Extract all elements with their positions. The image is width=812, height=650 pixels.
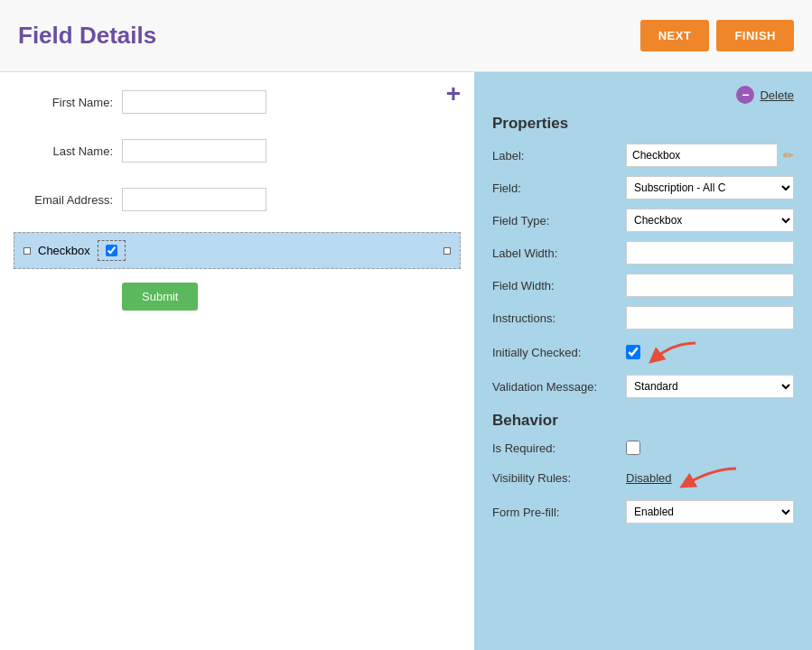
- edit-icon[interactable]: ✏: [783, 148, 794, 162]
- label-with-edit: ✏: [626, 144, 794, 167]
- checkbox-container: [98, 240, 126, 261]
- header: Field Details NEXT FINISH: [0, 0, 812, 72]
- label-width-input[interactable]: [626, 241, 794, 265]
- field-type-row: Field Type: Checkbox: [492, 209, 794, 232]
- visibility-rules-link[interactable]: Disabled: [626, 471, 672, 485]
- initially-checked-container: [626, 339, 700, 366]
- instructions-label: Instructions:: [492, 311, 619, 325]
- delete-icon[interactable]: −: [736, 86, 754, 104]
- field-width-input[interactable]: [626, 274, 794, 297]
- right-panel: − Delete Properties Label: ✏ Field: Subs…: [474, 72, 812, 650]
- submit-button[interactable]: Submit: [122, 283, 198, 311]
- delete-button[interactable]: Delete: [760, 88, 794, 102]
- field-label: Field:: [492, 181, 619, 195]
- page-title: Field Details: [18, 22, 156, 50]
- visibility-rules-row: Visibility Rules: Disabled: [492, 464, 794, 491]
- behavior-section-title: Behavior: [492, 412, 794, 430]
- delete-row: − Delete: [492, 86, 794, 104]
- resize-handle-right[interactable]: [443, 247, 451, 255]
- checkbox-input[interactable]: [106, 245, 117, 256]
- field-width-label: Field Width:: [492, 279, 619, 292]
- is-required-label: Is Required:: [492, 441, 619, 455]
- initially-checked-checkbox[interactable]: [626, 345, 640, 359]
- main-layout: + First Name: Last Name: Email Address: …: [0, 72, 812, 650]
- visibility-rules-container: Disabled: [626, 464, 741, 491]
- email-label: Email Address:: [14, 193, 122, 207]
- email-input[interactable]: [122, 188, 266, 211]
- red-arrow-2: [677, 464, 741, 491]
- checkbox-field-label: Checkbox: [38, 244, 90, 257]
- finish-button[interactable]: FINISH: [716, 20, 794, 51]
- instructions-input[interactable]: [626, 306, 794, 330]
- is-required-checkbox[interactable]: [626, 441, 640, 455]
- form-prefill-select[interactable]: Enabled Disabled: [626, 500, 794, 524]
- initially-checked-label: Initially Checked:: [492, 346, 619, 359]
- label-row: Label: ✏: [492, 144, 794, 167]
- validation-message-select[interactable]: Standard None Custom: [626, 375, 794, 398]
- field-select[interactable]: Subscription - All C: [626, 176, 794, 200]
- red-arrow-1: [646, 339, 700, 366]
- next-button[interactable]: NEXT: [640, 20, 710, 51]
- resize-handle-left[interactable]: [23, 247, 31, 255]
- form-prefill-row: Form Pre-fill: Enabled Disabled: [492, 500, 794, 524]
- field-row: Field: Subscription - All C: [492, 176, 794, 200]
- label-width-row: Label Width:: [492, 241, 794, 265]
- label-input[interactable]: [626, 144, 778, 167]
- validation-message-label: Validation Message:: [492, 380, 619, 394]
- add-field-button[interactable]: +: [446, 81, 461, 107]
- submit-container: Submit: [14, 283, 461, 311]
- last-name-label: Last Name:: [14, 144, 122, 158]
- field-type-select[interactable]: Checkbox: [626, 209, 794, 232]
- visibility-rules-label: Visibility Rules:: [492, 471, 619, 485]
- first-name-field: First Name:: [14, 86, 461, 118]
- last-name-field: Last Name:: [14, 135, 461, 167]
- instructions-row: Instructions:: [492, 306, 794, 330]
- last-name-input[interactable]: [122, 139, 266, 162]
- form-prefill-label: Form Pre-fill:: [492, 506, 619, 519]
- initially-checked-row: Initially Checked:: [492, 339, 794, 366]
- is-required-row: Is Required:: [492, 441, 794, 455]
- first-name-label: First Name:: [14, 96, 122, 109]
- validation-message-row: Validation Message: Standard None Custom: [492, 375, 794, 398]
- field-width-row: Field Width:: [492, 274, 794, 297]
- properties-section-title: Properties: [492, 115, 794, 133]
- checkbox-row: Checkbox: [14, 232, 461, 269]
- field-type-label: Field Type:: [492, 214, 619, 228]
- label-width-label: Label Width:: [492, 246, 619, 260]
- left-panel: + First Name: Last Name: Email Address: …: [0, 72, 474, 650]
- email-field: Email Address:: [14, 183, 461, 216]
- label-field-label: Label:: [492, 149, 619, 162]
- header-buttons: NEXT FINISH: [640, 20, 794, 51]
- first-name-input[interactable]: [122, 90, 266, 114]
